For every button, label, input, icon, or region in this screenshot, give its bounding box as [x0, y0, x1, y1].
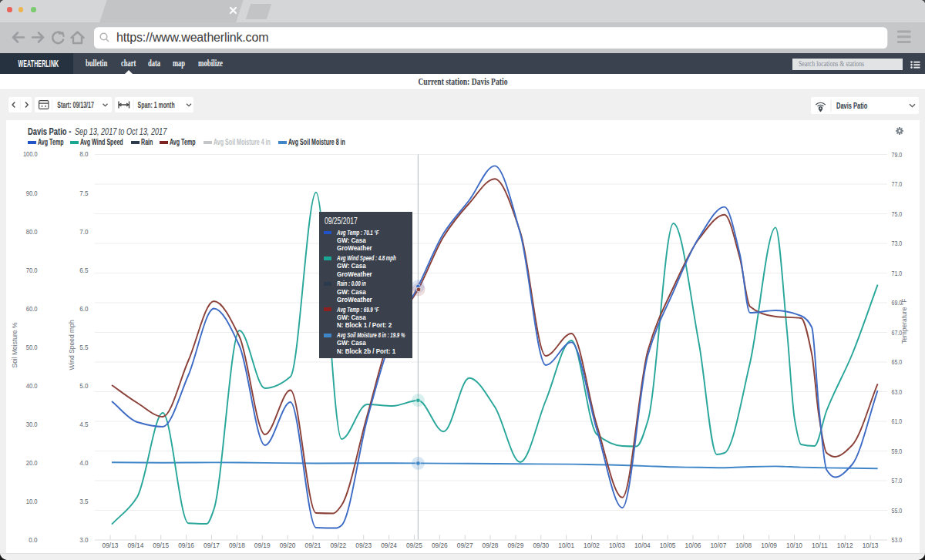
- svg-text:09/20: 09/20: [280, 542, 296, 549]
- svg-text:09/14: 09/14: [128, 542, 144, 549]
- svg-text:7.0: 7.0: [79, 228, 88, 236]
- svg-text:09/24: 09/24: [381, 542, 397, 549]
- svg-text:73.0: 73.0: [892, 240, 903, 247]
- svg-text:10/03: 10/03: [609, 542, 625, 549]
- svg-text:09/21: 09/21: [305, 542, 321, 549]
- svg-text:10/08: 10/08: [735, 542, 752, 549]
- svg-text:10/01: 10/01: [558, 542, 574, 549]
- svg-text:3.0: 3.0: [79, 536, 88, 544]
- svg-text:57.0: 57.0: [892, 477, 903, 485]
- svg-text:09/27: 09/27: [457, 542, 473, 549]
- svg-text:10/04: 10/04: [634, 542, 651, 549]
- svg-text:100.0: 100.0: [23, 150, 38, 158]
- svg-text:65.0: 65.0: [892, 358, 903, 366]
- svg-text:Temperature °F: Temperature °F: [900, 299, 908, 344]
- svg-text:55.0: 55.0: [892, 507, 903, 515]
- svg-text:09/28: 09/28: [483, 542, 499, 549]
- svg-text:09/29: 09/29: [508, 542, 524, 549]
- svg-text:10/06: 10/06: [685, 542, 701, 549]
- svg-text:09/23: 09/23: [355, 542, 372, 549]
- svg-text:0.0: 0.0: [29, 536, 37, 544]
- svg-text:90.0: 90.0: [26, 189, 38, 197]
- svg-text:Soil Moisture %: Soil Moisture %: [11, 322, 18, 367]
- svg-text:Wind Speed mph: Wind Speed mph: [68, 320, 76, 370]
- svg-text:70.0: 70.0: [26, 267, 38, 274]
- svg-text:09/26: 09/26: [432, 542, 448, 549]
- svg-text:6.0: 6.0: [79, 305, 88, 313]
- svg-text:4.5: 4.5: [79, 421, 88, 428]
- svg-text:10/09: 10/09: [761, 542, 777, 549]
- svg-text:53.0: 53.0: [892, 536, 903, 544]
- svg-text:09/18: 09/18: [229, 542, 245, 549]
- svg-text:40.0: 40.0: [26, 382, 38, 390]
- svg-text:10/05: 10/05: [660, 542, 676, 549]
- svg-text:5.0: 5.0: [79, 382, 88, 390]
- svg-text:10/07: 10/07: [711, 542, 727, 549]
- svg-text:3.5: 3.5: [79, 498, 88, 505]
- svg-text:59.0: 59.0: [892, 448, 903, 455]
- svg-text:6.5: 6.5: [79, 267, 88, 274]
- svg-text:10/10: 10/10: [786, 542, 802, 549]
- svg-text:09/19: 09/19: [254, 542, 271, 549]
- svg-text:7.5: 7.5: [79, 189, 88, 197]
- svg-text:10/02: 10/02: [584, 542, 600, 549]
- svg-text:75.0: 75.0: [892, 210, 903, 218]
- svg-text:09/13: 09/13: [103, 542, 119, 549]
- svg-text:09/15: 09/15: [153, 542, 169, 549]
- svg-text:09/17: 09/17: [204, 542, 220, 549]
- svg-text:8.0: 8.0: [79, 150, 88, 158]
- svg-text:09/22: 09/22: [330, 542, 346, 549]
- svg-text:10/13: 10/13: [863, 542, 879, 549]
- svg-text:60.0: 60.0: [26, 305, 38, 313]
- svg-text:5.5: 5.5: [79, 344, 88, 351]
- svg-text:10.0: 10.0: [26, 498, 38, 505]
- svg-text:10/12: 10/12: [837, 542, 853, 549]
- svg-text:80.0: 80.0: [26, 228, 38, 236]
- svg-text:30.0: 30.0: [26, 421, 38, 428]
- svg-text:09/25: 09/25: [406, 542, 422, 549]
- svg-text:09/16: 09/16: [178, 542, 194, 549]
- svg-text:09/30: 09/30: [533, 542, 549, 549]
- svg-text:71.0: 71.0: [892, 270, 903, 277]
- svg-text:63.0: 63.0: [892, 388, 903, 396]
- svg-text:50.0: 50.0: [26, 344, 38, 351]
- svg-text:10/11: 10/11: [812, 542, 828, 549]
- svg-text:61.0: 61.0: [892, 417, 903, 425]
- svg-text:20.0: 20.0: [26, 459, 38, 467]
- svg-text:79.0: 79.0: [892, 151, 903, 159]
- svg-text:4.0: 4.0: [79, 459, 88, 467]
- svg-text:77.0: 77.0: [892, 180, 903, 188]
